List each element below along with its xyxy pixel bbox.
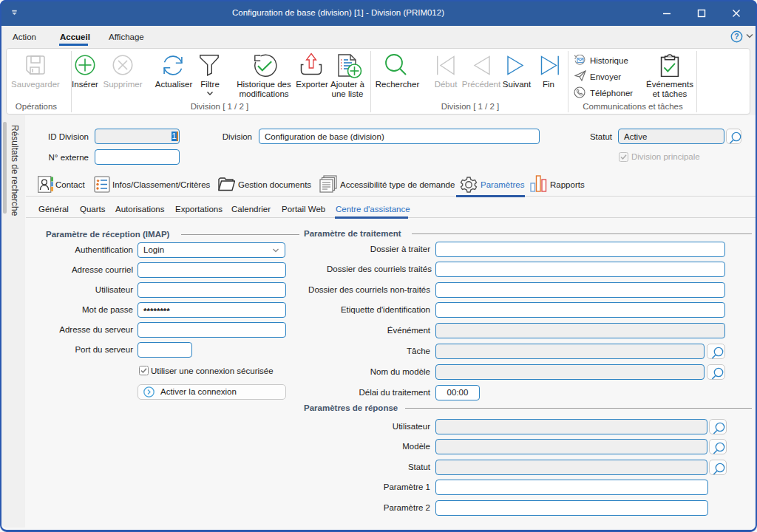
svg-text:?: ? (734, 32, 739, 41)
